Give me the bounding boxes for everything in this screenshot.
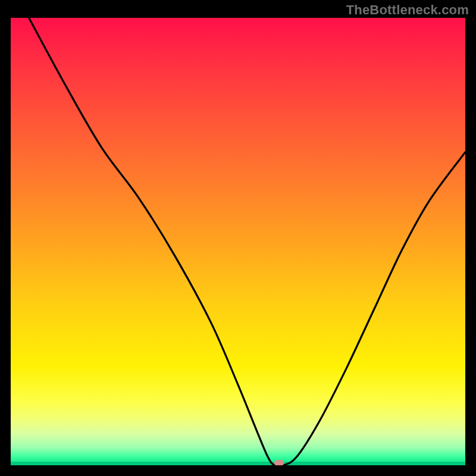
plot-area <box>11 18 465 465</box>
bottleneck-curve <box>11 18 465 465</box>
watermark-text: TheBottleneck.com <box>346 2 469 18</box>
optimal-point-marker <box>274 460 284 465</box>
chart-frame: TheBottleneck.com <box>0 0 476 476</box>
